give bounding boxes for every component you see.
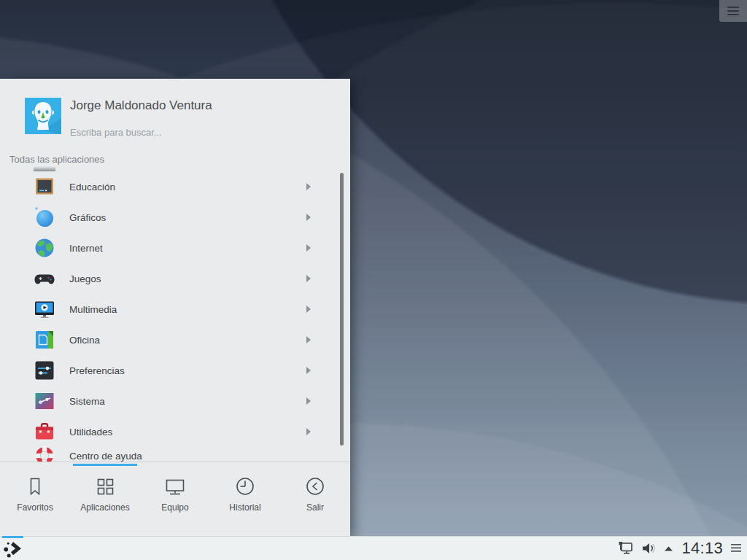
internet-globe-icon xyxy=(34,237,55,259)
launcher-active-indicator xyxy=(2,536,23,538)
volume-icon[interactable] xyxy=(641,542,656,555)
taskbar-clock[interactable]: 14:13 xyxy=(681,539,723,558)
office-document-icon xyxy=(34,329,55,351)
preferences-sliders-icon xyxy=(34,359,55,381)
tab-historial[interactable]: Historial xyxy=(210,462,280,536)
submenu-arrow-icon xyxy=(306,306,311,313)
submenu-arrow-icon xyxy=(306,214,311,221)
games-gamepad-icon xyxy=(34,268,55,289)
multimedia-player-icon xyxy=(34,298,55,320)
user-name: Jorge Maldonado Ventura xyxy=(70,98,212,113)
leave-icon xyxy=(303,475,327,498)
system-tray: 14:13 xyxy=(618,536,742,560)
category-row-internet[interactable]: Internet xyxy=(0,233,350,263)
submenu-arrow-icon xyxy=(306,336,311,343)
launcher-button[interactable] xyxy=(2,536,24,560)
submenu-arrow-icon xyxy=(306,397,311,405)
submenu-arrow-icon xyxy=(306,275,311,282)
submenu-arrow-icon xyxy=(306,367,311,374)
system-sliders-icon xyxy=(34,390,55,412)
bookmark-icon xyxy=(23,475,47,498)
submenu-arrow-icon xyxy=(306,428,311,435)
category-row-preferencias[interactable]: Preferencias xyxy=(0,355,350,386)
expand-tray-icon[interactable] xyxy=(663,545,674,552)
taskbar-panel: 14:13 xyxy=(0,536,747,560)
user-face-icon xyxy=(25,98,61,134)
category-row-multimedia[interactable]: Multimedia xyxy=(0,294,350,324)
desktop-toolbox-button[interactable] xyxy=(719,0,747,22)
category-row-juegos[interactable]: Juegos xyxy=(0,263,350,294)
tab-equipo[interactable]: Equipo xyxy=(140,462,210,536)
help-lifebuoy-icon xyxy=(34,445,55,462)
panel-menu-icon[interactable] xyxy=(730,543,742,553)
scrolled-item-remnant xyxy=(34,166,55,171)
app-category-list: Educación Gráficos xyxy=(0,171,350,462)
user-avatar[interactable] xyxy=(25,98,61,134)
category-row-oficina[interactable]: Oficina xyxy=(0,324,350,355)
network-icon[interactable] xyxy=(618,541,634,555)
tab-favoritos[interactable]: Favoritos xyxy=(0,462,70,536)
application-launcher-menu: Jorge Maldonado Ventura Escriba para bus… xyxy=(0,79,350,536)
category-row-centro-de-ayuda[interactable]: Centro de ayuda xyxy=(0,440,350,462)
section-label: Todas las aplicaciones xyxy=(9,154,104,165)
education-blackboard-icon xyxy=(34,176,55,198)
computer-icon xyxy=(163,475,187,498)
category-row-graficos[interactable]: Gráficos xyxy=(0,202,350,233)
utilities-toolbox-icon xyxy=(34,421,55,443)
menu-tab-bar: Favoritos Aplicaciones Equipo xyxy=(0,462,350,536)
category-row-educacion[interactable]: Educación xyxy=(0,171,350,202)
search-input[interactable]: Escriba para buscar... xyxy=(70,127,162,138)
history-clock-icon xyxy=(233,475,257,498)
tab-aplicaciones[interactable]: Aplicaciones xyxy=(70,462,140,536)
submenu-arrow-icon xyxy=(306,244,311,252)
hamburger-menu-icon xyxy=(727,7,739,8)
app-grid-icon xyxy=(93,475,117,498)
plasma-logo-icon xyxy=(3,541,22,559)
desktop: Jorge Maldonado Ventura Escriba para bus… xyxy=(0,0,747,560)
tab-salir[interactable]: Salir xyxy=(280,462,350,536)
menu-scrollbar[interactable] xyxy=(340,173,344,446)
submenu-arrow-icon xyxy=(306,183,311,190)
category-row-sistema[interactable]: Sistema xyxy=(0,386,350,416)
graphics-sphere-icon xyxy=(34,206,55,228)
